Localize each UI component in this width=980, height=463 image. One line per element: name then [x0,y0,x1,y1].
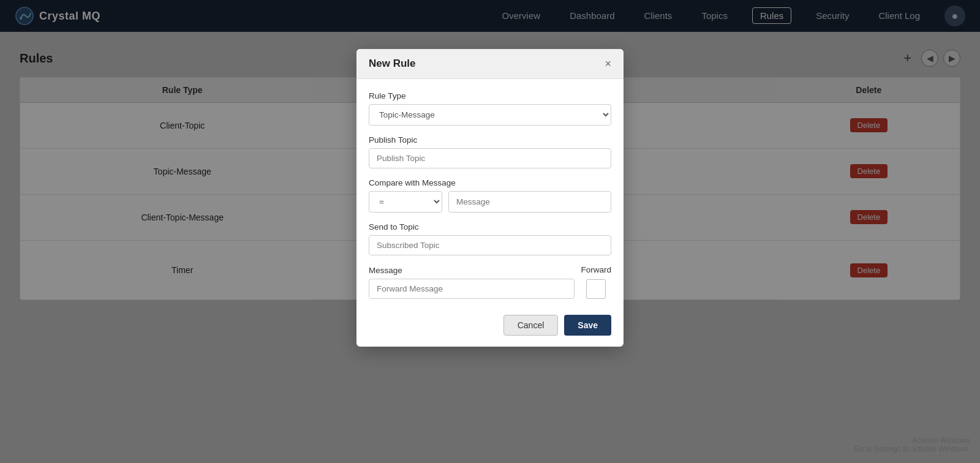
forward-label: Forward [581,265,611,274]
modal-title: New Rule [369,58,416,70]
rule-type-label: Rule Type [369,91,611,100]
send-to-topic-group: Send to Topic [369,222,611,255]
message-input[interactable] [369,279,575,299]
modal-close-button[interactable]: × [605,58,611,69]
compare-message-label: Compare with Message [369,178,611,187]
rule-type-select[interactable]: Topic-Message Client-Topic Client-Topic-… [369,104,611,126]
message-forward-row: Message Forward [369,265,611,299]
cancel-button[interactable]: Cancel [503,315,559,336]
modal-body: Rule Type Topic-Message Client-Topic Cli… [356,79,624,309]
compare-message-group: Compare with Message = != > < >= <= [369,178,611,213]
new-rule-modal: New Rule × Rule Type Topic-Message Clien… [356,49,624,347]
modal-footer: Cancel Save [356,309,624,347]
send-to-topic-label: Send to Topic [369,222,611,232]
compare-operator-select[interactable]: = != > < >= <= [369,191,442,213]
publish-topic-input[interactable] [369,148,611,168]
send-to-topic-input[interactable] [369,235,611,255]
forward-checkbox[interactable] [586,279,606,299]
save-button[interactable]: Save [564,315,611,336]
compare-message-input[interactable] [448,191,611,213]
message-label: Message [369,266,575,275]
modal-overlay: New Rule × Rule Type Topic-Message Clien… [0,0,980,463]
forward-group: Forward [581,265,611,299]
compare-row: = != > < >= <= [369,191,611,213]
publish-topic-group: Publish Topic [369,135,611,168]
message-group: Message [369,266,575,299]
modal-header: New Rule × [356,49,624,79]
publish-topic-label: Publish Topic [369,135,611,145]
rule-type-group: Rule Type Topic-Message Client-Topic Cli… [369,91,611,126]
